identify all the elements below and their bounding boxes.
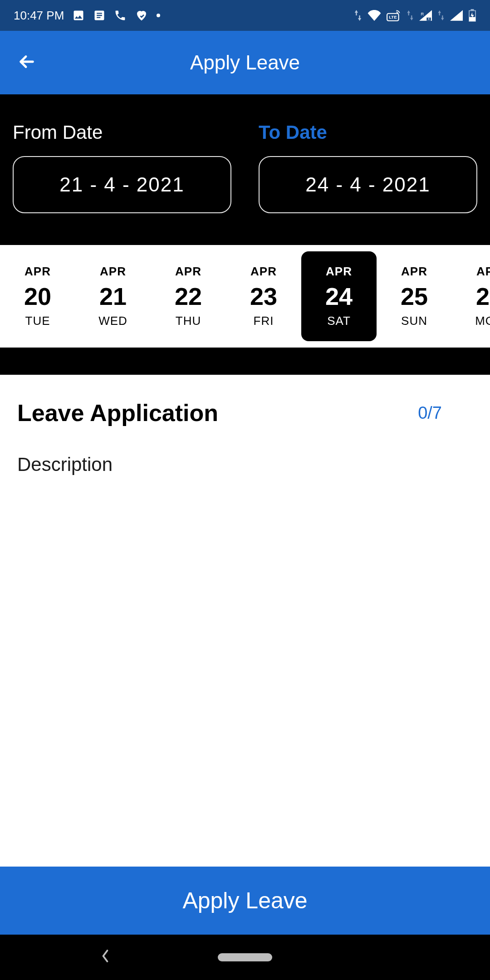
cal-month: APR (326, 265, 352, 279)
nav-back-icon[interactable] (100, 948, 111, 967)
device-nav-bar (0, 935, 490, 980)
svg-text:R: R (421, 12, 424, 16)
calendar-day[interactable]: APR25SUN (377, 251, 452, 341)
page-title: Apply Leave (190, 51, 300, 74)
battery-icon (468, 9, 476, 22)
cal-month: APR (250, 265, 277, 279)
cal-day-number: 21 (99, 282, 127, 310)
heart-icon (135, 9, 148, 22)
apply-leave-button[interactable]: Apply Leave (0, 867, 490, 935)
to-date-column: To Date 24 - 4 - 2021 (259, 122, 477, 213)
cal-month: APR (24, 265, 51, 279)
phone-icon (114, 9, 127, 22)
cal-month: APR (175, 265, 201, 279)
wifi-icon (368, 10, 381, 21)
cal-day-of-week: MON (475, 314, 490, 328)
from-date-field[interactable]: 21 - 4 - 2021 (13, 156, 231, 213)
svg-text:x: x (428, 17, 430, 21)
data-arrows-3-icon (437, 10, 445, 20)
cal-day-number: 25 (401, 282, 428, 310)
cal-day-of-week: SUN (401, 314, 427, 328)
cal-day-number: 20 (24, 282, 51, 310)
calendar-day[interactable]: APR24SAT (301, 251, 377, 341)
status-time: 10:47 PM (14, 9, 64, 23)
to-date-field[interactable]: 24 - 4 - 2021 (259, 156, 477, 213)
cal-month: APR (100, 265, 126, 279)
news-icon (93, 9, 106, 22)
cal-day-number: 22 (175, 282, 202, 310)
calendar-day[interactable]: APR21WED (75, 251, 151, 341)
cal-day-number: 26 (476, 282, 490, 310)
signal-2-icon (450, 10, 463, 21)
dot-icon (157, 14, 160, 17)
leave-form-section: Leave Application 0/7 Description (0, 375, 490, 867)
description-label: Description (17, 454, 473, 475)
calendar-day[interactable]: APR23FRI (226, 251, 301, 341)
volte-icon: LTE (387, 10, 401, 21)
status-left: 10:47 PM (14, 9, 160, 23)
calendar-day[interactable]: APR20TUE (0, 251, 75, 341)
from-date-column: From Date 21 - 4 - 2021 (13, 122, 231, 213)
app-bar: Apply Leave (0, 31, 490, 94)
form-header: Leave Application 0/7 (17, 399, 473, 426)
cal-day-of-week: SAT (327, 314, 351, 328)
nav-home-pill[interactable] (218, 953, 272, 961)
cal-month: APR (401, 265, 427, 279)
cal-month: APR (476, 265, 490, 279)
data-arrows-2-icon (407, 10, 414, 20)
cal-day-of-week: WED (98, 314, 127, 328)
status-right: LTE Rx (354, 9, 476, 22)
day-counter: 0/7 (418, 403, 473, 423)
cal-day-of-week: THU (176, 314, 201, 328)
cal-day-number: 23 (250, 282, 277, 310)
cal-day-of-week: TUE (25, 314, 50, 328)
to-date-label: To Date (259, 122, 477, 143)
calendar-day[interactable]: APR26MON (452, 251, 490, 341)
calendar-strip[interactable]: APR20TUEAPR21WEDAPR22THUAPR23FRIAPR24SAT… (0, 245, 490, 348)
svg-text:LTE: LTE (389, 15, 397, 20)
image-icon (72, 9, 85, 22)
divider (0, 348, 490, 375)
description-row[interactable]: Description (17, 454, 473, 475)
data-arrows-icon (354, 10, 362, 21)
calendar-day[interactable]: APR22THU (151, 251, 226, 341)
date-range-section: From Date 21 - 4 - 2021 To Date 24 - 4 -… (0, 94, 490, 245)
signal-1-icon: Rx (419, 10, 432, 21)
cal-day-of-week: FRI (254, 314, 274, 328)
from-date-label: From Date (13, 122, 231, 143)
form-title: Leave Application (17, 399, 218, 426)
status-bar: 10:47 PM LTE Rx (0, 0, 490, 31)
cal-day-number: 24 (325, 282, 353, 310)
back-button[interactable] (16, 51, 37, 74)
